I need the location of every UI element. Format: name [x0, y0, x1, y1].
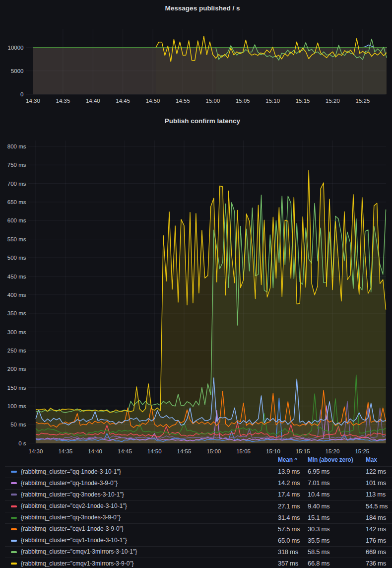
- svg-text:100 ms: 100 ms: [7, 403, 26, 409]
- svg-text:650 ms: 650 ms: [7, 199, 26, 205]
- svg-text:15:15: 15:15: [296, 98, 310, 104]
- svg-text:15:25: 15:25: [356, 98, 370, 104]
- svg-text:300 ms: 300 ms: [7, 329, 26, 335]
- svg-text:15:00: 15:00: [206, 448, 221, 454]
- svg-text:14:45: 14:45: [118, 448, 132, 454]
- svg-text:15:20: 15:20: [326, 448, 340, 454]
- svg-text:Messages published / s: Messages published / s: [165, 4, 240, 12]
- svg-text:14:50: 14:50: [146, 98, 160, 104]
- svg-text:14:30: 14:30: [29, 448, 43, 454]
- svg-text:15:00: 15:00: [206, 98, 220, 104]
- svg-text:50 ms: 50 ms: [10, 422, 26, 427]
- svg-text:400 ms: 400 ms: [7, 292, 26, 298]
- svg-text:14:50: 14:50: [147, 448, 162, 454]
- svg-text:14:45: 14:45: [116, 98, 130, 104]
- svg-text:800 ms: 800 ms: [7, 143, 26, 149]
- svg-text:350 ms: 350 ms: [7, 310, 26, 316]
- svg-text:5000: 5000: [11, 68, 24, 74]
- svg-text:Publish confirm latency: Publish confirm latency: [165, 117, 241, 125]
- svg-text:0 s: 0 s: [18, 440, 26, 446]
- svg-text:15:05: 15:05: [236, 448, 251, 454]
- svg-text:15:20: 15:20: [326, 98, 340, 104]
- svg-text:15:10: 15:10: [265, 98, 280, 104]
- svg-text:14:35: 14:35: [56, 98, 70, 104]
- svg-text:14:35: 14:35: [58, 448, 72, 454]
- svg-text:14:40: 14:40: [86, 98, 100, 104]
- svg-text:15:25: 15:25: [355, 448, 369, 454]
- svg-text:700 ms: 700 ms: [7, 181, 26, 187]
- svg-text:750 ms: 750 ms: [7, 162, 26, 168]
- svg-text:250 ms: 250 ms: [7, 348, 26, 354]
- svg-text:200 ms: 200 ms: [7, 366, 26, 372]
- svg-text:600 ms: 600 ms: [7, 217, 26, 223]
- svg-text:14:55: 14:55: [176, 98, 190, 104]
- svg-text:15:05: 15:05: [236, 98, 250, 104]
- svg-text:450 ms: 450 ms: [7, 274, 26, 280]
- svg-text:14:55: 14:55: [177, 448, 192, 454]
- svg-text:14:40: 14:40: [88, 448, 102, 454]
- svg-text:150 ms: 150 ms: [7, 385, 26, 391]
- svg-text:550 ms: 550 ms: [7, 236, 26, 242]
- svg-text:14:30: 14:30: [26, 98, 40, 104]
- svg-text:500 ms: 500 ms: [7, 255, 26, 261]
- svg-text:0: 0: [20, 91, 23, 97]
- svg-text:15:10: 15:10: [266, 448, 280, 454]
- svg-text:10000: 10000: [8, 45, 24, 51]
- svg-text:15:15: 15:15: [296, 448, 310, 454]
